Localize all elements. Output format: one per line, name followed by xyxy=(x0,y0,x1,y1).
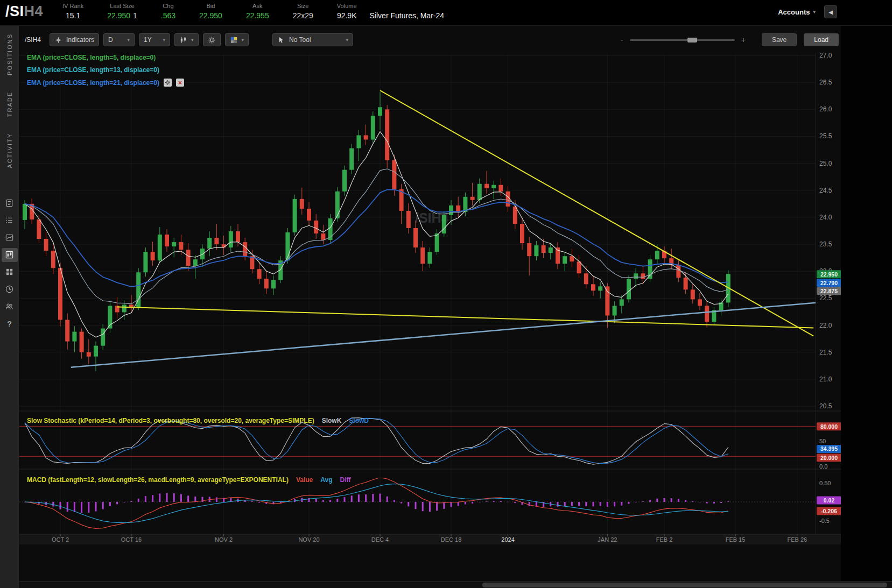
svg-text:0.50: 0.50 xyxy=(819,480,831,486)
study-label-stochastic[interactable]: Slow Stochastic (kPeriod=14, dPeriod=3, … xyxy=(27,417,369,424)
charts-icon[interactable] xyxy=(2,248,18,262)
zoom-slider-handle[interactable] xyxy=(687,38,697,42)
contract-description: Silver Futures, Mar-24 xyxy=(370,11,444,20)
scrollbar-handle[interactable] xyxy=(482,583,887,587)
svg-text:50: 50 xyxy=(819,438,826,444)
right-margin xyxy=(841,26,892,588)
svg-text:0.0: 0.0 xyxy=(819,463,827,470)
header-right: Accounts▾ ◀ xyxy=(778,5,837,18)
svg-text:2024: 2024 xyxy=(501,536,514,543)
zoom-out-button[interactable]: - xyxy=(621,36,623,44)
svg-text:25.5: 25.5 xyxy=(819,132,832,140)
symbol-root: /SI xyxy=(5,3,24,19)
svg-text:22.5: 22.5 xyxy=(819,294,832,302)
tab-positions[interactable]: POSITIONS xyxy=(6,33,13,75)
period-dropdown[interactable]: D▾ xyxy=(103,33,135,46)
indicators-button[interactable]: Indicators xyxy=(50,33,99,46)
indicators-icon xyxy=(54,36,62,44)
svg-text:22.875: 22.875 xyxy=(820,288,838,294)
tab-trade[interactable]: TRADE xyxy=(6,91,13,117)
study-label-ema-21[interactable]: EMA (price=CLOSE, length=21, displace=0)… xyxy=(27,79,184,87)
svg-text:24.0: 24.0 xyxy=(819,214,832,221)
candlestick-icon xyxy=(179,36,187,44)
svg-text:FEB 2: FEB 2 xyxy=(656,536,673,543)
svg-text:21.0: 21.0 xyxy=(819,376,832,383)
gear-icon xyxy=(165,80,171,86)
grid-tiles-icon[interactable] xyxy=(2,265,18,279)
history-clock-icon[interactable] xyxy=(2,282,18,296)
chevron-down-icon: ▾ xyxy=(242,37,244,42)
collapse-arrow-icon: ◀ xyxy=(828,9,833,15)
layout-grid-icon xyxy=(230,36,238,44)
study-remove-button[interactable]: × xyxy=(176,79,184,87)
svg-text:-0.5: -0.5 xyxy=(819,518,830,524)
chart-toolbar: /SIH4 Indicators D▾ 1Y▾ ▾ ▾ xyxy=(22,33,839,47)
svg-text:DEC 4: DEC 4 xyxy=(371,536,389,543)
news-doc-icon[interactable] xyxy=(2,196,18,210)
horizontal-scrollbar[interactable] xyxy=(19,581,892,588)
rail-icons: ? xyxy=(2,196,18,331)
range-dropdown[interactable]: 1Y▾ xyxy=(139,33,170,46)
svg-text:22.790: 22.790 xyxy=(820,280,838,286)
svg-text:OCT 2: OCT 2 xyxy=(52,536,69,543)
left-rail: POSITIONS TRADE ACTIVITY xyxy=(0,26,19,588)
chart-pane: /SIH4 Indicators D▾ 1Y▾ ▾ ▾ xyxy=(19,26,841,588)
load-button[interactable]: Load xyxy=(804,33,839,46)
save-button[interactable]: Save xyxy=(762,33,797,46)
svg-text:-0.206: -0.206 xyxy=(821,508,837,514)
svg-text:NOV 20: NOV 20 xyxy=(298,536,319,543)
stat-iv-rank: IV Rank 15.1 xyxy=(62,3,83,20)
svg-text:27.0: 27.0 xyxy=(819,52,832,59)
study-label-macd[interactable]: MACD (fastLength=12, slowLength=26, macd… xyxy=(27,476,350,484)
chart-type-dropdown[interactable]: ▾ xyxy=(174,33,199,46)
help-icon[interactable]: ? xyxy=(2,317,18,331)
svg-text:25.0: 25.0 xyxy=(819,160,832,167)
study-settings-button[interactable] xyxy=(164,79,172,87)
svg-text:34.395: 34.395 xyxy=(820,445,838,452)
stat-last-size: Last Size 22.9501 xyxy=(107,3,137,20)
cursor-icon xyxy=(277,36,285,44)
study-label-ema-13[interactable]: EMA (price=CLOSE, length=13, displace=0) xyxy=(27,66,159,74)
symbol-title: /SIH4 xyxy=(5,3,43,20)
quote-stats: IV Rank 15.1 Last Size 22.9501 Chg .563 … xyxy=(62,3,357,20)
watchlist-icon[interactable] xyxy=(2,214,18,228)
zoom-slider[interactable] xyxy=(630,39,735,41)
svg-text:OCT 16: OCT 16 xyxy=(121,536,142,543)
study-label-ema-5[interactable]: EMA (price=CLOSE, length=5, displace=0) xyxy=(27,54,156,61)
accounts-dropdown[interactable]: Accounts▾ xyxy=(778,8,816,16)
chevron-down-icon: ▾ xyxy=(163,37,166,42)
svg-text:JAN 22: JAN 22 xyxy=(598,536,617,543)
svg-text:21.5: 21.5 xyxy=(819,349,832,356)
svg-text:22.950: 22.950 xyxy=(820,271,838,278)
drawing-tool-dropdown[interactable]: No Tool ▾ xyxy=(272,33,353,46)
legend-value: Value xyxy=(296,476,313,484)
svg-text:26.5: 26.5 xyxy=(819,79,832,86)
shared-users-icon[interactable] xyxy=(2,300,18,314)
svg-text:NOV 2: NOV 2 xyxy=(215,536,233,543)
tab-activity[interactable]: ACTIVITY xyxy=(6,133,13,168)
chevron-down-icon: ▾ xyxy=(191,37,194,42)
mini-chart-icon[interactable] xyxy=(2,231,18,245)
symbol-month: H4 xyxy=(24,3,44,19)
chart-symbol-label[interactable]: /SIH4 xyxy=(25,36,41,44)
legend-avg: Avg xyxy=(320,476,332,484)
stat-size: Size 22x29 xyxy=(293,3,313,20)
header: /SIH4 IV Rank 15.1 Last Size 22.9501 Chg… xyxy=(0,0,892,26)
zoom-in-button[interactable]: + xyxy=(741,36,746,44)
legend-diff: Diff xyxy=(340,476,350,484)
chart-settings-button[interactable] xyxy=(203,33,221,46)
chevron-down-icon: ▾ xyxy=(128,37,130,42)
svg-text:23.5: 23.5 xyxy=(819,240,832,248)
price-chart-canvas[interactable]: 27.026.526.025.525.024.524.023.523.022.5… xyxy=(19,49,841,544)
collapse-panel-button[interactable]: ◀ xyxy=(824,5,837,18)
chevron-down-icon: ▾ xyxy=(813,9,816,15)
stat-ask: Ask 22.955 xyxy=(246,3,269,20)
svg-text:20.000: 20.000 xyxy=(820,455,838,461)
svg-text:26.0: 26.0 xyxy=(819,105,832,113)
layout-grid-dropdown[interactable]: ▾ xyxy=(225,33,249,46)
svg-text:0.02: 0.02 xyxy=(824,497,835,504)
legend-slowk: SlowK xyxy=(322,417,342,424)
svg-text:FEB 15: FEB 15 xyxy=(726,536,746,543)
gear-icon xyxy=(208,36,216,44)
svg-text:FEB 26: FEB 26 xyxy=(787,536,807,543)
